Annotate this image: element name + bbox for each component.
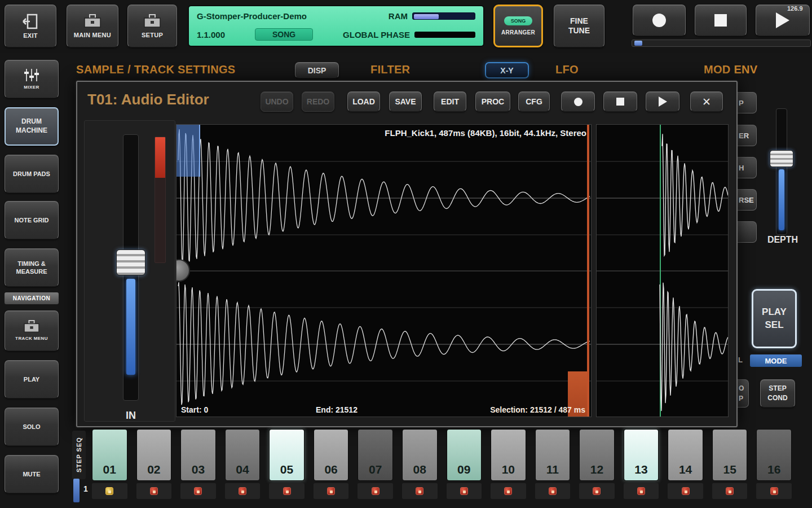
step-11[interactable]: 11 — [535, 429, 571, 481]
proc-button[interactable]: PROC — [475, 91, 510, 112]
step-number: 13 — [634, 463, 647, 476]
step-13[interactable]: 13 — [624, 429, 659, 481]
sidebar-item-solo[interactable]: SOLO — [5, 408, 59, 446]
depth-fader-fill — [779, 169, 784, 230]
step-number: 15 — [723, 463, 736, 476]
step-12[interactable]: 12 — [579, 429, 615, 481]
song-arranger-button[interactable]: SONG ARRANGER — [493, 5, 543, 47]
xy-button[interactable]: X-Y — [485, 62, 529, 78]
depth-fader-handle[interactable] — [770, 150, 793, 167]
sidebar-item-play[interactable]: PLAY — [5, 360, 59, 398]
stop-icon — [714, 14, 727, 27]
cut-off-button[interactable] — [738, 221, 757, 243]
position-slider[interactable] — [632, 40, 811, 47]
led-cell — [579, 483, 615, 499]
exit-button[interactable]: EXIT — [5, 5, 56, 47]
step-number: 02 — [147, 463, 160, 476]
step-led — [460, 487, 468, 495]
input-fader-handle[interactable] — [116, 249, 145, 275]
record-icon — [652, 14, 666, 27]
cut-off-button[interactable]: RSE — [738, 189, 757, 211]
setup-button[interactable]: SETUP — [127, 5, 177, 47]
filter-title: FILTER — [370, 63, 410, 76]
cut-off-label: H — [739, 164, 744, 172]
led-cell — [225, 483, 261, 499]
mixer-icon — [23, 68, 40, 82]
step-number: 05 — [280, 463, 293, 476]
lcd-mode-badge[interactable]: SONG — [255, 28, 313, 41]
sidebar-item-mute[interactable]: MUTE — [5, 455, 59, 493]
editor-record-button[interactable] — [561, 91, 595, 112]
editor-play-button[interactable] — [646, 91, 679, 112]
led-cell — [136, 483, 172, 499]
disp-button[interactable]: DISP — [295, 62, 339, 78]
selection-start-handle[interactable] — [176, 125, 200, 177]
step-number: 14 — [679, 463, 692, 476]
cfg-button[interactable]: CFG — [518, 91, 550, 112]
close-icon: ✕ — [702, 95, 711, 108]
cut-off-button[interactable]: P — [738, 92, 757, 113]
step-05[interactable]: 05 — [269, 429, 304, 481]
step-led — [682, 487, 690, 495]
solo-label: SOLO — [23, 423, 40, 431]
step-01[interactable]: 01 — [92, 429, 127, 481]
main-menu-label: MAIN MENU — [74, 32, 111, 38]
sidebar-item-timing-measure[interactable]: TIMING & MEASURE — [5, 248, 59, 287]
play-sel-button[interactable]: PLAY SEL — [752, 289, 797, 348]
cut-off-label: P — [739, 99, 744, 107]
input-level-meter — [155, 137, 166, 263]
sidebar-item-mixer[interactable]: MIXER — [5, 60, 59, 98]
step-10[interactable]: 10 — [491, 429, 526, 481]
waveform-panel[interactable]: FLPH_Kick1, 487ms (84KB), 16bit, 44.1kHz… — [176, 124, 592, 417]
dialog-title: T01: Audio Editor — [87, 91, 209, 108]
cut-off-label: RSE — [739, 196, 754, 204]
save-button[interactable]: SAVE — [389, 91, 422, 112]
mute-label: MUTE — [23, 470, 40, 478]
undo-label: UNDO — [265, 97, 288, 106]
step-16[interactable]: 16 — [756, 429, 792, 481]
disp-label: DISP — [308, 66, 326, 75]
ram-meter-fill — [414, 14, 439, 19]
stop-button[interactable] — [695, 5, 747, 36]
editor-stop-button[interactable] — [603, 91, 637, 112]
fine-tune-button[interactable]: FINE TUNE — [554, 5, 604, 47]
main-menu-button[interactable]: MAIN MENU — [67, 5, 118, 47]
sidebar-item-note-grid[interactable]: NOTE GRID — [5, 201, 59, 239]
depth-label: DEPTH — [756, 235, 810, 245]
load-button[interactable]: LOAD — [347, 91, 380, 112]
sidebar-item-drum-machine[interactable]: DRUM MACHINE — [5, 107, 59, 146]
led-row — [92, 483, 792, 499]
redo-button[interactable]: REDO — [302, 91, 334, 112]
edit-button[interactable]: EDIT — [434, 91, 466, 112]
step-15[interactable]: 15 — [712, 429, 748, 481]
step-led — [770, 487, 778, 495]
sidebar-item-track-menu[interactable]: TRACK MENU — [5, 310, 59, 351]
selection-end-line[interactable] — [587, 125, 589, 417]
app-screen: EXIT MAIN MENU SETUP G-Stomper-Producer-… — [0, 0, 812, 508]
step-02[interactable]: 02 — [136, 429, 172, 481]
sidebar-item-drum-pads[interactable]: DRUM PADS — [5, 155, 59, 193]
close-button[interactable]: ✕ — [690, 91, 723, 112]
led-cell — [668, 483, 703, 499]
step-14[interactable]: 14 — [668, 429, 703, 481]
step-07[interactable]: 07 — [358, 429, 393, 481]
selection-length-readout: Selection: 21512 / 487 ms — [490, 405, 585, 414]
step-cond-button[interactable]: STEP COND — [760, 379, 795, 408]
step-04[interactable]: 04 — [225, 429, 261, 481]
step-led — [416, 487, 423, 495]
step-03[interactable]: 03 — [180, 429, 216, 481]
step-06[interactable]: 06 — [314, 429, 349, 481]
step-08[interactable]: 08 — [402, 429, 438, 481]
play-icon — [659, 97, 667, 107]
undo-button[interactable]: UNDO — [261, 91, 293, 112]
cut-off-button[interactable]: H — [738, 157, 757, 178]
step-09[interactable]: 09 — [447, 429, 482, 481]
cut-off-button[interactable]: OP — [738, 379, 749, 408]
position-slider-handle[interactable] — [634, 41, 642, 46]
step-number: 12 — [590, 463, 603, 476]
led-cell — [402, 483, 438, 499]
selection-start-readout: Start: 0 — [181, 405, 208, 414]
cut-off-button[interactable]: ER — [738, 125, 757, 146]
record-button[interactable] — [633, 5, 686, 36]
zoom-waveform-panel[interactable] — [596, 124, 729, 417]
